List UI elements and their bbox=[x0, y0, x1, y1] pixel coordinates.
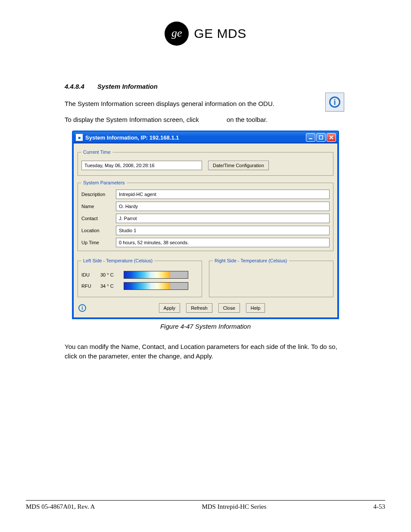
current-time-legend: Current Time bbox=[81, 149, 112, 155]
howto-paragraph: To display the System Information screen… bbox=[65, 115, 346, 124]
idu-temp-bar bbox=[124, 271, 188, 279]
brand-text: GE MDS bbox=[194, 26, 246, 41]
close-button[interactable]: Close bbox=[218, 303, 240, 313]
description-field[interactable]: Intrepid-HC agent bbox=[116, 190, 330, 199]
location-field[interactable]: Studio 1 bbox=[116, 226, 330, 235]
system-parameters-group: System Parameters Description Intrepid-H… bbox=[78, 180, 333, 251]
contact-label: Contact bbox=[81, 216, 116, 221]
titlebar[interactable]: ■ System Information, IP: 192.168.1.1 bbox=[73, 132, 338, 143]
section-title: System Information bbox=[97, 82, 158, 91]
description-label: Description bbox=[81, 192, 116, 197]
refresh-button[interactable]: Refresh bbox=[186, 303, 212, 313]
current-time-group: Current Time Tuesday, May 06, 2008, 20:2… bbox=[78, 149, 333, 176]
svg-rect-1 bbox=[319, 136, 323, 139]
help-button[interactable]: Help bbox=[246, 303, 265, 313]
datetime-config-button[interactable]: Date/Time Configuration bbox=[208, 161, 269, 170]
page-footer: MDS 05-4867A01, Rev. A MDS Intrepid-HC S… bbox=[26, 500, 385, 510]
figure-caption: Figure 4-47 System Information bbox=[26, 323, 385, 330]
rfu-value: 34 ° C bbox=[100, 283, 119, 289]
intro-paragraph: The System Information screen displays g… bbox=[65, 99, 346, 109]
section-number: 4.4.8.4 bbox=[65, 82, 84, 91]
window-app-icon: ■ bbox=[76, 134, 83, 141]
uptime-field: 0 hours, 52 minutes, 38 seconds. bbox=[116, 238, 330, 247]
rfu-temp-bar bbox=[124, 282, 188, 290]
contact-field[interactable]: J. Parrot bbox=[116, 214, 330, 223]
minimize-icon bbox=[308, 135, 313, 140]
location-label: Location bbox=[81, 228, 116, 233]
idu-value: 30 ° C bbox=[100, 272, 119, 277]
close-window-button[interactable] bbox=[327, 133, 336, 142]
system-parameters-legend: System Parameters bbox=[81, 180, 127, 185]
svg-rect-0 bbox=[309, 138, 312, 139]
footer-left: MDS 05-4867A01, Rev. A bbox=[26, 503, 95, 510]
ge-logo-icon bbox=[165, 22, 189, 46]
uptime-label: Up Time bbox=[81, 240, 116, 245]
idu-label: IDU bbox=[81, 272, 96, 277]
toolbar-info-button[interactable]: i bbox=[325, 93, 344, 112]
system-info-window: ■ System Information, IP: 192.168.1.1 Cu… bbox=[72, 131, 339, 319]
brand-header: GE MDS bbox=[26, 22, 385, 47]
name-field[interactable]: O. Hardy bbox=[116, 202, 330, 211]
rfu-label: RFU bbox=[81, 283, 96, 289]
apply-button[interactable]: Apply bbox=[159, 303, 181, 313]
maximize-button[interactable] bbox=[316, 133, 326, 142]
info-icon: i bbox=[329, 96, 340, 108]
left-temp-group: Left Side - Temperature (Celsius) IDU 30… bbox=[78, 258, 202, 297]
right-temp-legend: Right Side - Temperature (Celsius) bbox=[213, 258, 289, 263]
current-time-field[interactable]: Tuesday, May 06, 2008, 20:28:16 bbox=[81, 161, 202, 170]
maximize-icon bbox=[319, 135, 323, 140]
footer-center: MDS Intrepid-HC Series bbox=[202, 503, 266, 510]
footer-right: 4-53 bbox=[373, 503, 385, 510]
minimize-button[interactable] bbox=[306, 133, 315, 142]
note-paragraph: You can modify the Name, Contact, and Lo… bbox=[65, 342, 346, 361]
close-icon bbox=[329, 135, 333, 140]
name-label: Name bbox=[81, 204, 116, 209]
right-temp-group: Right Side - Temperature (Celsius) bbox=[209, 258, 333, 297]
window-title: System Information, IP: 192.168.1.1 bbox=[85, 134, 179, 141]
left-temp-legend: Left Side - Temperature (Celsius) bbox=[81, 258, 154, 263]
status-info-icon[interactable]: i bbox=[78, 304, 86, 312]
